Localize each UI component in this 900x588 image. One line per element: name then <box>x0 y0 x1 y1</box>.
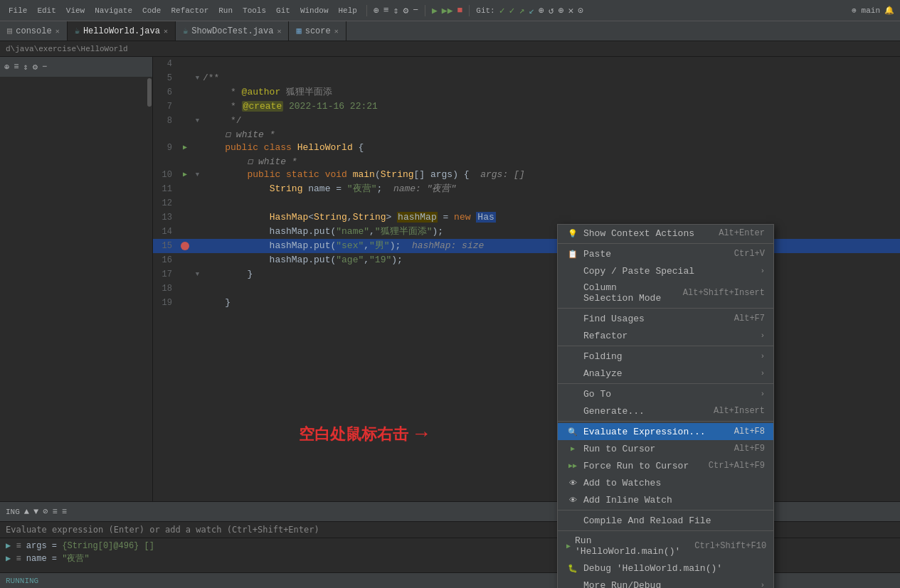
menu-paste[interactable]: 📋 Paste Ctrl+V <box>558 245 773 262</box>
run-icon[interactable]: ▶ <box>432 5 438 16</box>
debug-icon4[interactable]: ≡ <box>62 507 67 517</box>
debug-filter[interactable]: ⊘ <box>43 506 48 517</box>
menu-debug-main[interactable]: 🐛 Debug 'HelloWorld.main()' <box>558 560 773 577</box>
menu-folding[interactable]: Folding › <box>558 348 773 365</box>
debug-status: ING <box>6 508 20 516</box>
menu-navigate[interactable]: Navigate <box>92 5 135 16</box>
tab-console-close[interactable]: ✕ <box>55 27 60 36</box>
git-push[interactable]: ↗ <box>519 5 524 16</box>
arrow-icon-goto: › <box>760 390 765 398</box>
menu-shortcut-force-run: Ctrl+Alt+F9 <box>709 461 765 471</box>
tab-helloworld-label: HelloWorld.java <box>83 26 160 36</box>
tab-helloworld-close[interactable]: ✕ <box>164 27 168 36</box>
menu-git[interactable]: Git <box>273 5 293 16</box>
menu-run-to-cursor[interactable]: ▶ Run to Cursor Alt+F9 <box>558 440 773 457</box>
menu-copy-paste-special[interactable]: Copy / Paste Special › <box>558 262 773 279</box>
code-line-13: 13 HashMap<String,String> hashMap = new … <box>153 210 900 225</box>
close-icon[interactable]: − <box>413 5 418 16</box>
menu-analyze[interactable]: Analyze › <box>558 365 773 382</box>
git-icon5[interactable]: ⊙ <box>578 5 583 16</box>
git-revert[interactable]: ↺ <box>549 5 554 16</box>
menu-label-debug-main: Debug 'HelloWorld.main()' <box>583 563 765 574</box>
tab-score[interactable]: ▦ score ✕ <box>289 21 346 41</box>
git-history[interactable]: ⊕ <box>539 5 544 16</box>
sidebar-icon2[interactable]: ≡ <box>14 62 18 72</box>
sidebar-icon3[interactable]: ⇕ <box>23 62 28 73</box>
menu-sep-4 <box>558 383 773 384</box>
toolbar-icon-3[interactable]: ⇕ <box>393 5 399 16</box>
menu-refactor[interactable]: Refactor › <box>558 327 773 344</box>
tab-showdoc-close[interactable]: ✕ <box>277 27 281 36</box>
fold-icon-5[interactable]: ▼ <box>196 71 199 85</box>
settings-icon[interactable]: ⚙ <box>403 5 408 16</box>
separator <box>366 5 367 16</box>
debug-icon[interactable]: ▶▶ <box>442 5 453 16</box>
menu-help[interactable]: Help <box>336 5 360 16</box>
debug-icon2[interactable]: ▼ <box>33 507 38 517</box>
menu-shortcut-run-cursor: Alt+F9 <box>734 444 765 454</box>
menu-add-watches[interactable]: 👁 Add to Watches <box>558 474 773 491</box>
tab-showdoc[interactable]: ☕ ShowDocTest.java ✕ <box>176 21 289 41</box>
git-label: Git: <box>476 6 494 15</box>
toolbar-icon-2[interactable]: ≡ <box>383 5 389 16</box>
code-line-17: 17 ▼ } <box>153 267 900 282</box>
toolbar-icon-1[interactable]: ⊕ <box>374 5 379 16</box>
menu-label-column: Column Selection Mode <box>583 282 669 304</box>
menu-label-paste: Paste <box>583 249 720 260</box>
fold-icon-17[interactable]: ▼ <box>196 267 199 282</box>
menu-tools[interactable]: Tools <box>240 5 269 16</box>
git-icon2[interactable]: ✓ <box>509 5 515 16</box>
menu-show-context-actions[interactable]: 💡 Show Context Actions Alt+Enter <box>558 225 773 242</box>
menu-edit[interactable]: Edit <box>34 5 58 16</box>
stop-icon[interactable]: ■ <box>457 5 463 16</box>
menu-find-usages[interactable]: Find Usages Alt+F7 <box>558 310 773 327</box>
menu-label-inline-watch: Add Inline Watch <box>583 495 765 506</box>
sidebar-icon1[interactable]: ⊕ <box>4 62 9 73</box>
menu-view[interactable]: View <box>63 5 88 16</box>
run-gutter-10[interactable]: ▶ <box>183 168 187 182</box>
code-line-16: 16 hashMap.put("age","19"); <box>153 253 900 267</box>
watch-icon: 👁 <box>566 479 579 488</box>
git-pull[interactable]: ↙ <box>529 5 534 16</box>
fold-icon-10[interactable]: ▼ <box>196 168 199 182</box>
tab-helloworld[interactable]: ☕ HelloWorld.java ✕ <box>68 21 176 41</box>
debug-icon3[interactable]: ≡ <box>52 507 57 517</box>
menu-compile[interactable]: Compile And Reload File <box>558 512 773 529</box>
debug-main-icon: 🐛 <box>566 564 579 573</box>
git-check[interactable]: ✓ <box>499 5 505 16</box>
tab-score-close[interactable]: ✕ <box>334 27 339 36</box>
sidebar-settings[interactable]: ⚙ <box>33 62 38 73</box>
menu-sep-6 <box>558 510 773 511</box>
breakpoint-15[interactable] <box>181 242 189 250</box>
top-toolbar: File Edit View Navigate Code Refactor Ru… <box>0 0 900 21</box>
menu-run[interactable]: Run <box>216 5 235 16</box>
git-icon3[interactable]: ⊕ <box>558 5 564 16</box>
menu-force-run-cursor[interactable]: ▶▶ Force Run to Cursor Ctrl+Alt+F9 <box>558 457 773 474</box>
menu-more-run[interactable]: More Run/Debug › <box>558 577 773 588</box>
lightbulb-icon: 💡 <box>566 229 579 238</box>
menu-evaluate[interactable]: 🔍 Evaluate Expression... Alt+F8 <box>558 423 773 440</box>
menu-code[interactable]: Code <box>139 5 164 16</box>
git-icon4[interactable]: ✕ <box>568 5 574 16</box>
run-gutter-9[interactable]: ▶ <box>183 141 187 155</box>
paste-icon: 📋 <box>566 250 579 259</box>
menu-add-inline-watch[interactable]: 👁 Add Inline Watch <box>558 491 773 508</box>
menu-goto[interactable]: Go To › <box>558 385 773 402</box>
arrow-icon-refactor: › <box>760 331 765 340</box>
sidebar-close[interactable]: − <box>42 62 47 72</box>
menu-window[interactable]: Window <box>297 5 332 16</box>
debug-icon1[interactable]: ▲ <box>24 507 29 517</box>
context-menu: 💡 Show Context Actions Alt+Enter 📋 Paste… <box>557 224 774 588</box>
console-icon: ▤ <box>7 26 12 36</box>
evaluate-icon: 🔍 <box>566 427 579 437</box>
notifications[interactable]: 🔔 <box>884 6 894 15</box>
tab-console[interactable]: ▤ console ✕ <box>0 21 68 41</box>
menu-refactor[interactable]: Refactor <box>168 5 211 16</box>
menu-label-compile: Compile And Reload File <box>583 515 765 526</box>
fold-icon-8[interactable]: ▼ <box>196 114 199 128</box>
menu-run-main[interactable]: ▶ Run 'HelloWorld.main()' Ctrl+Shift+F10 <box>558 533 773 560</box>
menu-column-selection[interactable]: Column Selection Mode Alt+Shift+Insert <box>558 279 773 306</box>
code-line-19: 19 } <box>153 296 900 310</box>
menu-generate[interactable]: Generate... Alt+Insert <box>558 402 773 419</box>
menu-file[interactable]: File <box>6 5 30 16</box>
